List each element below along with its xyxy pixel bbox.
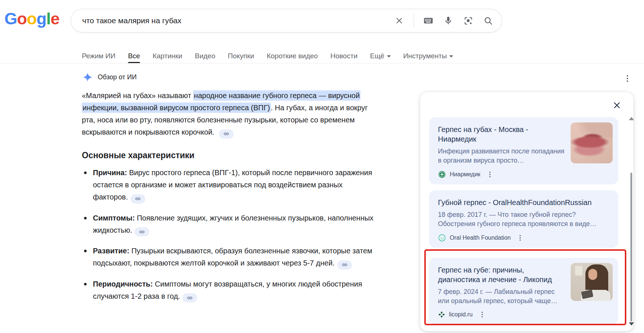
citation-link-button[interactable]: [135, 227, 149, 236]
card-menu-button[interactable]: [481, 312, 483, 317]
link-icon: [223, 131, 229, 137]
scrollbar-thumb[interactable]: [630, 173, 632, 322]
woman-with-tablet-thumbnail-image[interactable]: [571, 263, 613, 301]
source-card-niarmedic[interactable]: Герпес на губах - Москва - Ниармедик Инф…: [429, 117, 618, 184]
source-title[interactable]: Герпес на губах - Москва - Ниармедик: [438, 125, 567, 144]
header-divider: [0, 63, 644, 63]
citation-link-button[interactable]: [337, 260, 352, 270]
tab-images[interactable]: Картинки: [153, 49, 182, 63]
logo-letter: l: [46, 9, 51, 28]
scroll-down-arrow[interactable]: [629, 322, 634, 326]
source-snippet: Инфекция развивается после попадания в о…: [438, 147, 567, 165]
link-icon: [135, 196, 141, 202]
source-card-licopid[interactable]: Герпес на губе: причины, диагностика и л…: [429, 258, 618, 324]
tab-videos[interactable]: Видео: [195, 49, 215, 63]
close-panel-button[interactable]: [611, 100, 622, 111]
overview-menu-button[interactable]: [626, 74, 629, 83]
overview-paragraph: «Малярией на губах» называют народное на…: [82, 90, 377, 139]
citation-link-button[interactable]: [182, 293, 197, 302]
logo-letter: g: [36, 9, 46, 28]
chevron-down-icon: [449, 55, 453, 58]
source-snippet: 7 февр. 2024 г. — Лабиальный герпес или …: [438, 287, 567, 306]
searchbox-divider: [414, 14, 414, 27]
source-name: licopid.ru: [449, 311, 473, 318]
sources-panel: Герпес на губах - Москва - Ниармедик Инф…: [420, 92, 633, 331]
section-heading: Основные характеристики: [82, 150, 195, 160]
characteristics-list: Причина: Вирус простого герпеса (ВПГ-1),…: [82, 167, 377, 311]
voice-search-icon[interactable]: [443, 15, 454, 26]
google-lens-icon[interactable]: [463, 15, 474, 26]
scroll-up-arrow[interactable]: [629, 117, 634, 120]
logo-letter: o: [17, 9, 27, 28]
logo-letter: G: [4, 9, 17, 28]
tab-ai-mode[interactable]: Режим ИИ: [82, 49, 115, 63]
lips-thumbnail-image[interactable]: [571, 122, 613, 163]
list-item: Симптомы: Появление зудящих, жгучих и бо…: [82, 212, 377, 237]
source-name: Oral Health Foundation: [450, 235, 511, 241]
ai-sparkle-icon: [83, 72, 93, 82]
list-item: Причина: Вирус простого герпеса (ВПГ-1),…: [82, 167, 377, 204]
oral-health-favicon: [438, 234, 446, 242]
search-submit-icon[interactable]: [483, 15, 494, 26]
result-filter-tabs: Режим ИИ Все Картинки Видео Покупки Коро…: [82, 49, 453, 63]
search-box[interactable]: [71, 9, 502, 32]
source-name: Ниармедик: [450, 171, 480, 178]
tab-news[interactable]: Новости: [330, 49, 358, 63]
face-shape: [588, 269, 597, 280]
card-menu-button[interactable]: [489, 171, 490, 177]
source-title[interactable]: Губной герпес - OralHealthFoundationRuss…: [438, 198, 609, 207]
logo-letter: o: [27, 9, 37, 28]
tab-all[interactable]: Все: [128, 49, 140, 63]
google-logo[interactable]: Google: [4, 9, 59, 28]
licopid-favicon: [438, 311, 445, 318]
ai-overview-title: Обзор от ИИ: [98, 73, 137, 81]
link-icon: [342, 262, 348, 268]
source-card-oral-health[interactable]: Губной герпес - OralHealthFoundationRuss…: [429, 190, 618, 248]
clear-search-icon[interactable]: [394, 15, 405, 26]
source-snippet: 18 февр. 2017 г. — Что такое губной герп…: [438, 210, 609, 229]
list-item: Развитие: Пузырьки вскрываются, образуя …: [82, 245, 377, 270]
tab-more[interactable]: Ещё: [370, 49, 391, 63]
tab-tools[interactable]: Инструменты: [403, 49, 453, 63]
link-icon: [139, 229, 145, 235]
logo-letter: e: [51, 9, 59, 28]
chevron-down-icon: [387, 55, 391, 58]
citation-link-button[interactable]: [130, 194, 145, 204]
search-input[interactable]: [82, 16, 394, 25]
list-item: Периодичность: Симптомы могут возвращать…: [82, 278, 377, 303]
tab-short-videos[interactable]: Короткие видео: [267, 49, 318, 63]
tab-shopping[interactable]: Покупки: [228, 49, 254, 63]
ai-overview-header: Обзор от ИИ: [83, 72, 137, 82]
link-icon: [187, 295, 193, 301]
source-title[interactable]: Герпес на губе: причины, диагностика и л…: [438, 265, 567, 284]
card-menu-button[interactable]: [520, 235, 521, 240]
close-icon: [613, 101, 621, 110]
niarmedic-favicon: [438, 170, 446, 178]
wall-frame-shape: [575, 266, 582, 275]
citation-link-button[interactable]: [219, 129, 234, 139]
keyboard-icon[interactable]: [423, 15, 434, 26]
